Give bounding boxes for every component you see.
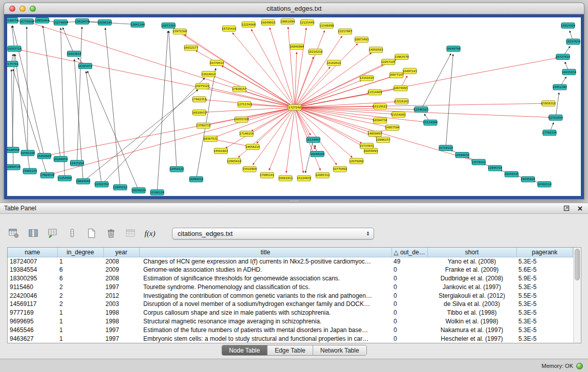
cell-year[interactable]: 2003 bbox=[103, 300, 139, 309]
network-node[interactable]: 16594738 bbox=[373, 118, 388, 123]
network-node[interactable]: 12175741 bbox=[7, 61, 18, 67]
table-row[interactable]: 977716911998Corpus callosum shape and si… bbox=[8, 309, 573, 317]
float-panel-icon[interactable] bbox=[562, 204, 571, 212]
network-node[interactable]: 16055709 bbox=[234, 117, 249, 122]
network-node[interactable]: 10994534 bbox=[7, 164, 21, 170]
cell-in_degree[interactable]: 1 bbox=[57, 309, 103, 317]
cell-in_degree[interactable]: 2 bbox=[57, 291, 103, 300]
cell-pagerank[interactable]: 5.3E-5 bbox=[516, 317, 573, 326]
cell-title[interactable]: Tourette syndrome. Phenomenology and cla… bbox=[139, 282, 391, 291]
network-node[interactable]: 12703454 bbox=[549, 115, 563, 120]
cell-year[interactable]: 1997 bbox=[103, 325, 139, 334]
cell-in_degree[interactable]: 2 bbox=[57, 300, 103, 309]
network-node[interactable]: 18725418 bbox=[222, 26, 237, 31]
cell-in_degree[interactable]: 2 bbox=[57, 282, 103, 291]
network-node[interactable]: 17924534 bbox=[40, 172, 55, 178]
table-row[interactable]: 1938455462009Genome-wide association stu… bbox=[8, 266, 573, 274]
column-header-year[interactable]: year bbox=[103, 248, 139, 257]
network-node[interactable]: 14451384 bbox=[553, 84, 568, 90]
network-node[interactable]: 15914304 bbox=[561, 23, 576, 28]
network-node[interactable]: 14415034 bbox=[562, 69, 577, 75]
network-canvas[interactable]: 1727240187254181222406616649910198616941… bbox=[7, 17, 581, 196]
network-node[interactable]: 10674093 bbox=[394, 85, 408, 91]
network-node[interactable]: 20591184 bbox=[20, 150, 35, 156]
tab-edge-table[interactable]: Edge Table bbox=[268, 345, 313, 355]
table-selector-dropdown[interactable]: citations_edges.txt ▲▼ bbox=[172, 228, 374, 239]
network-node[interactable]: 15958310 bbox=[541, 101, 556, 106]
network-node[interactable]: 16840984 bbox=[290, 44, 304, 50]
cell-in_degree[interactable]: 1 bbox=[57, 334, 103, 343]
cell-in_degree[interactable]: 6 bbox=[57, 266, 103, 274]
network-node[interactable]: 12945012 bbox=[113, 185, 127, 190]
cell-out_degree[interactable]: 0 bbox=[391, 325, 427, 334]
cell-name[interactable]: 14569117 bbox=[8, 300, 57, 309]
cell-short[interactable]: Nakamura et al. (1997) bbox=[427, 325, 516, 334]
network-node[interactable]: 14188554 bbox=[7, 17, 19, 23]
cell-out_degree[interactable]: 0 bbox=[391, 291, 427, 300]
cell-pagerank[interactable]: 5.3E-5 bbox=[516, 334, 573, 343]
tab-network-table[interactable]: Network Table bbox=[313, 345, 366, 355]
network-node[interactable]: 15905134 bbox=[23, 168, 37, 174]
cell-in_degree[interactable]: 6 bbox=[57, 274, 103, 283]
table-row[interactable]: 946554611997Estimation of the future num… bbox=[8, 325, 573, 334]
column-header-name[interactable]: name bbox=[8, 248, 57, 257]
cell-title[interactable]: Investigating the contribution of common… bbox=[139, 291, 391, 300]
cell-out_degree[interactable]: 0 bbox=[391, 309, 427, 317]
cell-title[interactable]: Estimation of significance thresholds fo… bbox=[139, 274, 391, 283]
cell-pagerank[interactable]: 5.3E-5 bbox=[516, 300, 573, 309]
network-node[interactable]: 10770402 bbox=[333, 166, 347, 172]
table-row[interactable]: 969969511998Structural magnetic resonanc… bbox=[8, 317, 573, 326]
cell-year[interactable]: 1998 bbox=[103, 317, 139, 326]
network-node[interactable]: 19245024 bbox=[521, 177, 536, 182]
column-header-title[interactable]: title bbox=[139, 248, 391, 257]
network-node[interactable]: 15134457 bbox=[306, 137, 321, 143]
cell-in_degree[interactable]: 1 bbox=[57, 317, 103, 326]
network-node[interactable]: 12841344 bbox=[130, 21, 145, 27]
network-node[interactable]: 15733931 bbox=[359, 143, 374, 149]
cell-pagerank[interactable]: 5.3E-5 bbox=[516, 282, 573, 291]
network-node[interactable]: 10973493 bbox=[354, 37, 369, 42]
network-node[interactable]: 16770606 bbox=[19, 18, 34, 24]
cell-pagerank[interactable]: 5.5E-5 bbox=[516, 291, 573, 300]
network-node[interactable]: 12965618 bbox=[227, 158, 242, 164]
cell-title[interactable]: Disruption of a novel member of a sodium… bbox=[139, 300, 391, 309]
zoom-window-button[interactable] bbox=[30, 6, 36, 12]
network-node[interactable]: 14859497 bbox=[368, 131, 383, 137]
cell-out_degree[interactable]: 0 bbox=[391, 266, 427, 274]
network-node[interactable]: 16497143 bbox=[403, 68, 418, 74]
network-node[interactable]: 12618014 bbox=[201, 71, 216, 77]
cell-name[interactable]: 22420046 bbox=[8, 291, 57, 300]
cell-name[interactable]: 18724007 bbox=[8, 257, 57, 266]
network-node[interactable]: 13216162 bbox=[395, 99, 409, 104]
cell-year[interactable]: 1997 bbox=[103, 334, 139, 343]
network-node[interactable]: 12257105 bbox=[381, 59, 396, 65]
table-row[interactable]: 946362711997Embryonic stem cells: a mode… bbox=[8, 334, 573, 343]
network-node[interactable]: 18950464 bbox=[35, 17, 50, 23]
new-table-icon[interactable] bbox=[85, 227, 98, 239]
tab-node-table[interactable]: Node Table bbox=[222, 345, 268, 355]
cell-year[interactable]: 2008 bbox=[103, 274, 139, 283]
network-node[interactable]: 18216218 bbox=[308, 49, 323, 55]
network-node[interactable]: 11514469 bbox=[368, 90, 383, 95]
close-window-button[interactable] bbox=[9, 6, 15, 12]
cell-title[interactable]: Estimation of the future numbers of pati… bbox=[139, 325, 391, 334]
network-node[interactable]: 12945714 bbox=[488, 165, 503, 171]
network-node[interactable]: 17095141 bbox=[260, 172, 274, 178]
cell-short[interactable]: Jankovic et al. (1997) bbox=[427, 282, 516, 291]
cell-in_degree[interactable]: 1 bbox=[57, 325, 103, 334]
column-header-out-degree[interactable]: △ out_de… bbox=[391, 248, 427, 257]
cell-name[interactable]: 19384554 bbox=[8, 266, 57, 274]
cell-title[interactable]: Embryonic stem cells: a model to study s… bbox=[139, 334, 391, 343]
close-panel-icon[interactable] bbox=[576, 204, 584, 212]
network-node[interactable]: 14275122 bbox=[195, 83, 209, 89]
network-node[interactable]: 16018431 bbox=[192, 110, 206, 115]
network-node[interactable]: 16094412 bbox=[189, 177, 203, 182]
divider-grip-icon[interactable] bbox=[289, 200, 300, 202]
network-node[interactable]: 1727240 bbox=[288, 105, 301, 111]
table-row[interactable]: 1872400712008Changes of HCN gene express… bbox=[8, 257, 573, 266]
network-node[interactable]: 10306124 bbox=[150, 190, 165, 195]
network-node[interactable]: 16302114 bbox=[537, 182, 552, 187]
network-node[interactable]: 17938157 bbox=[232, 86, 247, 92]
network-node[interactable]: 15274894 bbox=[53, 19, 68, 25]
network-node[interactable]: 14656214 bbox=[246, 144, 260, 150]
